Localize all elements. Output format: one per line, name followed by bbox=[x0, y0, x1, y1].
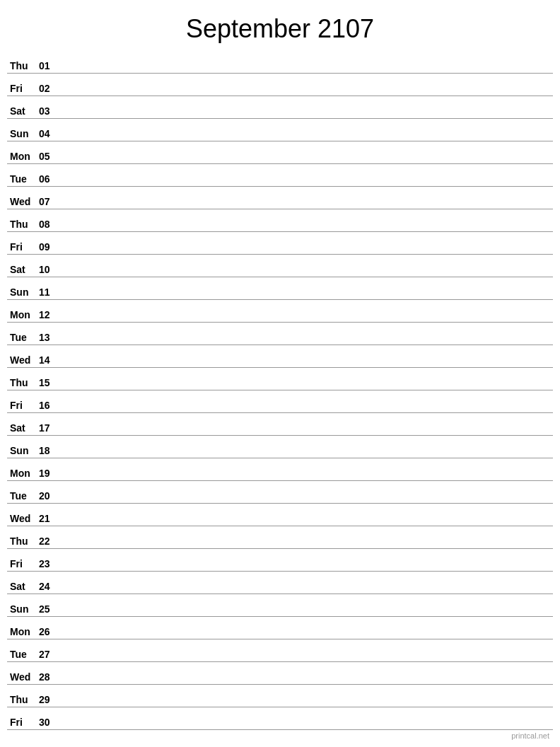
day-line bbox=[64, 207, 553, 207]
day-line bbox=[64, 161, 553, 162]
day-name: Fri bbox=[7, 241, 39, 253]
day-name: Mon bbox=[7, 626, 39, 637]
day-line bbox=[64, 274, 553, 275]
day-name: Sun bbox=[7, 286, 39, 298]
day-number: 12 bbox=[39, 309, 64, 320]
day-name: Tue bbox=[7, 490, 39, 502]
day-line bbox=[64, 116, 553, 117]
day-number: 03 bbox=[39, 105, 64, 117]
day-row: Wed14 bbox=[7, 345, 553, 368]
day-name: Sun bbox=[7, 603, 39, 615]
day-row: Sat03 bbox=[7, 96, 553, 119]
day-line bbox=[64, 342, 553, 343]
day-name: Sun bbox=[7, 128, 39, 139]
day-number: 21 bbox=[39, 513, 64, 524]
day-name: Mon bbox=[7, 309, 39, 320]
day-name: Wed bbox=[7, 196, 39, 207]
day-number: 25 bbox=[39, 603, 64, 615]
day-row: Mon26 bbox=[7, 617, 553, 639]
day-line bbox=[64, 229, 553, 230]
day-name: Fri bbox=[7, 558, 39, 569]
day-row: Sun04 bbox=[7, 119, 553, 141]
day-name: Sat bbox=[7, 264, 39, 275]
day-name: Thu bbox=[7, 377, 39, 388]
day-row: Wed07 bbox=[7, 187, 553, 209]
day-name: Fri bbox=[7, 400, 39, 411]
day-line bbox=[64, 388, 553, 388]
day-row: Tue27 bbox=[7, 639, 553, 662]
day-row: Sun11 bbox=[7, 277, 553, 300]
day-number: 11 bbox=[39, 286, 64, 298]
calendar-container: Thu01Fri02Sat03Sun04Mon05Tue06Wed07Thu08… bbox=[0, 51, 560, 730]
day-line bbox=[64, 410, 553, 411]
day-line bbox=[64, 320, 553, 320]
day-line bbox=[64, 682, 553, 683]
day-number: 29 bbox=[39, 694, 64, 705]
day-line bbox=[64, 365, 553, 366]
day-number: 07 bbox=[39, 196, 64, 207]
day-line bbox=[64, 637, 553, 637]
day-row: Sat17 bbox=[7, 413, 553, 436]
day-number: 15 bbox=[39, 377, 64, 388]
day-row: Tue20 bbox=[7, 481, 553, 504]
watermark: printcal.net bbox=[511, 731, 549, 740]
page-title: September 2107 bbox=[0, 0, 560, 51]
day-line bbox=[64, 184, 553, 185]
day-name: Sat bbox=[7, 422, 39, 434]
day-line bbox=[64, 93, 553, 94]
day-number: 13 bbox=[39, 332, 64, 343]
day-name: Sun bbox=[7, 445, 39, 456]
day-line bbox=[64, 705, 553, 705]
day-name: Thu bbox=[7, 219, 39, 230]
day-line bbox=[64, 569, 553, 569]
day-name: Tue bbox=[7, 173, 39, 185]
day-number: 08 bbox=[39, 219, 64, 230]
day-line bbox=[64, 523, 553, 524]
day-line bbox=[64, 591, 553, 592]
day-number: 01 bbox=[39, 60, 64, 71]
day-number: 26 bbox=[39, 626, 64, 637]
day-number: 05 bbox=[39, 151, 64, 162]
day-name: Wed bbox=[7, 671, 39, 683]
day-line bbox=[64, 727, 553, 728]
day-number: 20 bbox=[39, 490, 64, 502]
day-name: Wed bbox=[7, 354, 39, 366]
day-row: Mon05 bbox=[7, 141, 553, 164]
day-row: Fri30 bbox=[7, 707, 553, 730]
day-number: 02 bbox=[39, 83, 64, 94]
day-row: Sat10 bbox=[7, 255, 553, 277]
day-number: 06 bbox=[39, 173, 64, 185]
day-row: Thu15 bbox=[7, 368, 553, 390]
day-row: Fri02 bbox=[7, 74, 553, 96]
day-row: Sat24 bbox=[7, 572, 553, 594]
day-row: Sun25 bbox=[7, 594, 553, 617]
day-row: Sun18 bbox=[7, 436, 553, 458]
day-number: 10 bbox=[39, 264, 64, 275]
day-line bbox=[64, 456, 553, 456]
day-row: Thu22 bbox=[7, 526, 553, 549]
day-line bbox=[64, 71, 553, 71]
day-number: 30 bbox=[39, 717, 64, 728]
day-name: Thu bbox=[7, 60, 39, 71]
day-name: Thu bbox=[7, 694, 39, 705]
day-number: 14 bbox=[39, 354, 64, 366]
day-name: Thu bbox=[7, 535, 39, 547]
day-row: Fri23 bbox=[7, 549, 553, 572]
day-row: Tue13 bbox=[7, 323, 553, 345]
day-name: Tue bbox=[7, 649, 39, 660]
day-line bbox=[64, 139, 553, 139]
day-number: 19 bbox=[39, 468, 64, 479]
day-name: Wed bbox=[7, 513, 39, 524]
day-row: Thu29 bbox=[7, 685, 553, 707]
day-row: Wed28 bbox=[7, 662, 553, 685]
day-name: Mon bbox=[7, 468, 39, 479]
day-line bbox=[64, 252, 553, 253]
day-line bbox=[64, 433, 553, 434]
day-line bbox=[64, 614, 553, 615]
day-row: Thu08 bbox=[7, 209, 553, 232]
day-line bbox=[64, 501, 553, 502]
day-number: 09 bbox=[39, 241, 64, 253]
day-number: 27 bbox=[39, 649, 64, 660]
day-name: Mon bbox=[7, 151, 39, 162]
day-row: Tue06 bbox=[7, 164, 553, 187]
